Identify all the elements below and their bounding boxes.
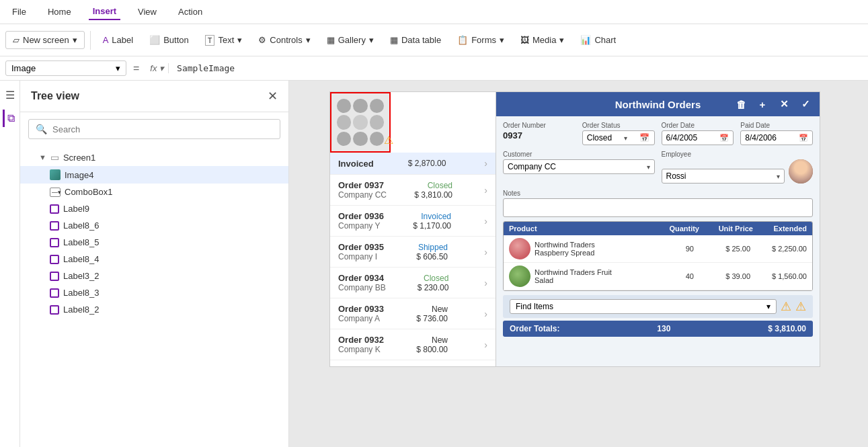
text-button[interactable]: T Text ▾	[198, 32, 249, 49]
order-date-input[interactable]: 6/4/2005 📅	[662, 130, 734, 145]
product-price-1: $ 25.00	[697, 245, 750, 253]
order-number-0933: Order 0933	[338, 304, 384, 314]
order-amount-0937: $ 3,810.00	[414, 190, 452, 200]
order-company-0935: Company I	[338, 252, 384, 261]
controls-button[interactable]: ⚙ Controls ▾	[251, 32, 317, 48]
order-number-0936: Order 0936	[338, 211, 384, 221]
order-status-label: Order Status	[582, 122, 655, 129]
detail-header: Northwind Orders 🗑 + ✕ ✓	[496, 92, 820, 116]
product-qty-1: 90	[619, 245, 694, 253]
order-item-0932[interactable]: Order 0932 Company K New $ 800.00 ›	[330, 329, 496, 360]
button-button[interactable]: ⬜ Button	[143, 32, 196, 48]
text-chevron-icon: ▾	[237, 35, 242, 45]
order-item-0936[interactable]: Order 0936 Company Y Invoiced $ 1,170.00…	[330, 206, 496, 237]
tree-search-box[interactable]: 🔍	[28, 119, 280, 139]
img-circle-1	[337, 99, 351, 113]
menu-view[interactable]: View	[134, 4, 161, 19]
order-item-0934[interactable]: Order 0934 Company BB Closed $ 230.00 ›	[330, 268, 496, 298]
tree-item-combobox1[interactable]: —▾ ComboBox1	[20, 184, 288, 200]
close-button[interactable]: ✕	[775, 95, 793, 113]
label-button[interactable]: A Label	[96, 32, 140, 48]
col-extended: Extended	[753, 225, 807, 233]
order-company-0936: Company Y	[338, 221, 384, 231]
detail-fields-row1: Order Number 0937 Order Status Closed ▾ …	[496, 116, 820, 151]
name-box[interactable]: Image ▾	[5, 60, 126, 76]
text-icon: T	[205, 35, 215, 46]
notes-label: Notes	[503, 190, 520, 197]
chart-button[interactable]: 📊 Chart	[574, 32, 623, 48]
tree-item-label8-4[interactable]: Label8_4	[20, 251, 288, 268]
order-info-0934: Order 0934 Company BB	[338, 273, 386, 292]
order-date-value: 6/4/2005	[666, 133, 698, 143]
order-info-first: Invoiced	[338, 159, 374, 169]
controls-label: Controls	[270, 35, 302, 45]
employee-select[interactable]: Rossi ▾	[662, 169, 785, 184]
sidebar-icons: ☰ ⧉	[0, 81, 20, 447]
tree-item-label3-2[interactable]: Label3_2	[20, 268, 288, 284]
equals-sign: =	[130, 63, 142, 75]
new-screen-button[interactable]: ▱ New screen ▾	[5, 31, 85, 49]
order-status-0932: New	[432, 335, 448, 345]
image4-selected[interactable]	[330, 92, 391, 153]
tree-header: Tree view ✕	[20, 81, 288, 112]
tree-item-label8-5-label: Label8_5	[63, 237, 100, 247]
label-icon: A	[103, 35, 109, 45]
new-screen-label: New screen	[23, 35, 69, 45]
media-chevron-icon: ▾	[559, 35, 564, 45]
search-input[interactable]	[52, 124, 273, 134]
tree-close-button[interactable]: ✕	[268, 89, 278, 104]
order-right-first: $ 2,870.00	[408, 159, 446, 168]
tree-item-label8-5[interactable]: Label8_5	[20, 234, 288, 251]
tree-item-combobox1-label: ComboBox1	[65, 187, 113, 197]
delete-button[interactable]: 🗑	[732, 95, 750, 113]
img-circle-4	[337, 115, 351, 129]
customer-select[interactable]: Company CC ▾	[503, 159, 655, 174]
order-item-first[interactable]: Invoiced $ 2,870.00 ›	[330, 153, 496, 175]
forms-icon: 📋	[457, 35, 468, 45]
tree-item-label9[interactable]: Label9	[20, 200, 288, 217]
hamburger-icon[interactable]: ☰	[3, 86, 17, 104]
menu-action[interactable]: Action	[174, 4, 206, 19]
layers-icon[interactable]: ⧉	[3, 110, 17, 127]
tree-panel: Tree view ✕ 🔍 ▼ ▭ Screen1 Image4 —▾	[20, 81, 289, 447]
gallery-button[interactable]: ▦ Gallery ▾	[320, 32, 381, 48]
forms-button[interactable]: 📋 Forms ▾	[450, 32, 511, 48]
order-chevron-0935: ›	[484, 247, 487, 257]
order-item-0933[interactable]: Order 0933 Company A New $ 736.00 ›	[330, 298, 496, 329]
calendar-icon: 📅	[639, 133, 649, 143]
image-icon	[50, 169, 61, 180]
customer-label: Customer	[503, 151, 655, 158]
menu-file[interactable]: File	[8, 4, 30, 19]
order-status-select[interactable]: Closed ▾ 📅	[582, 130, 655, 145]
table-row-1[interactable]: Northwind Traders Raspberry Spread 90 $ …	[504, 235, 812, 263]
order-right-0932: New $ 800.00	[416, 335, 448, 354]
order-item-0935[interactable]: Order 0935 Company I Shipped $ 606.50 ›	[330, 237, 496, 268]
check-button[interactable]: ✓	[797, 95, 814, 113]
media-button[interactable]: 🖼 Media ▾	[514, 32, 571, 48]
menu-home[interactable]: Home	[44, 4, 75, 19]
add-button[interactable]: +	[754, 95, 771, 113]
label-icon-8-3	[50, 288, 59, 298]
table-row-2[interactable]: Northwind Traders Fruit Salad 40 $ 39.00…	[504, 263, 812, 290]
label-icon-8-5	[50, 238, 59, 247]
notes-row: Notes	[496, 186, 820, 221]
menu-insert[interactable]: Insert	[89, 3, 120, 20]
order-chevron-0937: ›	[484, 185, 487, 196]
tree-item-label8-3[interactable]: Label8_3	[20, 284, 288, 301]
gallery-icon: ▦	[327, 35, 335, 45]
tree-item-label8-6[interactable]: Label8_6	[20, 217, 288, 234]
tree-item-image4[interactable]: Image4	[20, 166, 288, 184]
formula-input[interactable]	[173, 62, 863, 75]
tree-item-label8-2[interactable]: Label8_2	[20, 301, 288, 318]
label-icon-9	[50, 204, 59, 214]
paid-date-input[interactable]: 8/4/2006 📅	[740, 130, 813, 145]
order-item-0937[interactable]: Order 0937 Company CC Closed $ 3,810.00 …	[330, 175, 496, 206]
order-amount-0932: $ 800.00	[416, 345, 448, 354]
order-amount-first: $ 2,870.00	[408, 159, 446, 168]
notes-input[interactable]	[503, 198, 813, 217]
data-table-button[interactable]: ▦ Data table	[383, 32, 448, 48]
tree-item-screen1[interactable]: ▼ ▭ Screen1	[20, 149, 288, 166]
order-number-label: Order Number	[503, 122, 576, 129]
order-company-0937: Company CC	[338, 190, 387, 200]
find-items-input[interactable]: Find Items ▾	[510, 299, 777, 314]
